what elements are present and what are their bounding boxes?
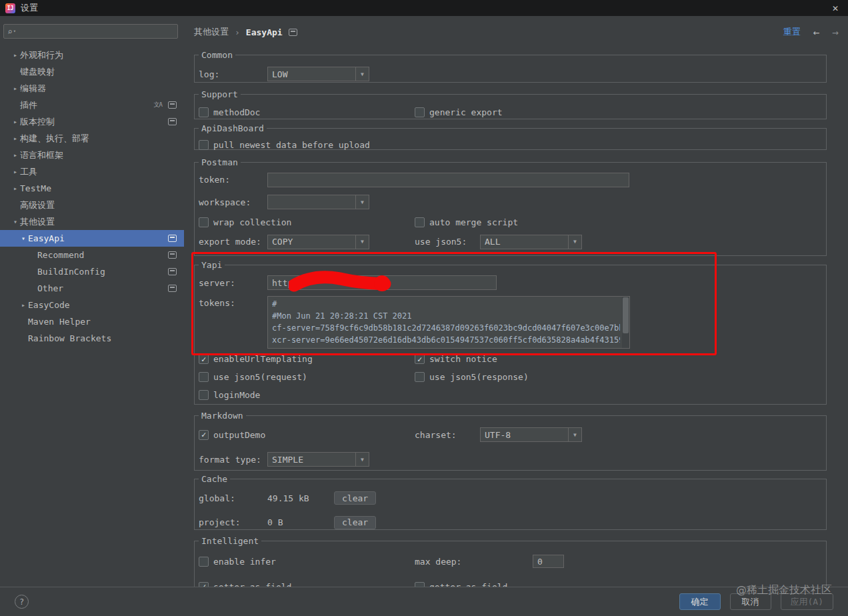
use-json5-select[interactable]: ALL ▼ bbox=[480, 235, 582, 249]
workspace-select[interactable]: ▼ bbox=[267, 195, 369, 209]
checkbox-enable-infer[interactable] bbox=[199, 557, 209, 567]
section-title: Support bbox=[199, 89, 241, 99]
settings-search-field[interactable]: ⌕ ▾ bbox=[3, 24, 178, 39]
section-support: Support methodDoc generic export bbox=[194, 89, 827, 119]
checkbox-generic-export[interactable] bbox=[415, 107, 425, 117]
page-icon bbox=[168, 268, 177, 275]
sidebar-item-rainbow-brackets[interactable]: Rainbow Brackets bbox=[0, 330, 184, 347]
title-bar: IJ 设置 ✕ bbox=[0, 0, 848, 16]
settings-tree: ▸ 外观和行为 键盘映射 ▸ 编辑器 插件 文A ▸ 版本控制 bbox=[0, 47, 184, 347]
back-arrow-icon[interactable]: ← bbox=[813, 26, 820, 39]
checkbox-auto-merge-script[interactable] bbox=[415, 217, 425, 227]
checkbox-enable-url-templating[interactable] bbox=[199, 354, 209, 364]
section-title: Yapi bbox=[199, 260, 225, 270]
page-icon bbox=[289, 29, 297, 36]
charset-label: charset: bbox=[415, 430, 480, 440]
scrollbar[interactable] bbox=[622, 297, 629, 348]
checkbox-switch-notice[interactable] bbox=[415, 354, 425, 364]
sidebar-item-buildinconfig[interactable]: BuildInConfig bbox=[0, 263, 184, 280]
content-header: 其他设置 › EasyApi 重置 ← → bbox=[194, 24, 839, 40]
page-icon bbox=[168, 251, 177, 259]
sidebar-item-languages-frameworks[interactable]: ▸ 语言和框架 bbox=[0, 147, 184, 163]
sidebar-item-other[interactable]: Other bbox=[0, 280, 184, 297]
search-icon: ⌕ bbox=[7, 27, 13, 37]
chevron-right-icon[interactable]: ▸ bbox=[19, 301, 28, 309]
reset-link[interactable]: 重置 bbox=[783, 26, 801, 38]
section-yapi: Yapi server: http:// tokens: # #Mon Jun … bbox=[194, 260, 827, 405]
section-markdown: Markdown outputDemo charset: UTF-8 ▼ for… bbox=[194, 411, 827, 471]
section-title: ApiDashBoard bbox=[199, 123, 267, 133]
export-mode-select[interactable]: COPY ▼ bbox=[267, 235, 369, 249]
sidebar-item-other-settings[interactable]: ▾ 其他设置 bbox=[0, 213, 184, 230]
section-postman: Postman token: workspace: ▼ wrap collect… bbox=[194, 157, 827, 256]
format-type-select[interactable]: SIMPLE ▼ bbox=[267, 452, 369, 467]
apply-button: 应用(A) bbox=[781, 593, 833, 610]
sidebar-item-editor[interactable]: ▸ 编辑器 bbox=[0, 80, 184, 97]
chevron-right-icon[interactable]: ▸ bbox=[11, 168, 20, 175]
chevron-down-icon: ▼ bbox=[568, 235, 581, 249]
checkbox-output-demo[interactable] bbox=[199, 430, 209, 440]
yapi-server-input[interactable]: http:// bbox=[267, 275, 497, 290]
translate-icon: 文A bbox=[154, 101, 162, 109]
yapi-tokens-textarea[interactable]: # #Mon Jun 21 20:28:21 CST 2021 cf-serve… bbox=[267, 296, 630, 349]
checkbox-setter-as-field[interactable] bbox=[199, 582, 209, 587]
sidebar-item-version-control[interactable]: ▸ 版本控制 bbox=[0, 113, 184, 130]
page-icon bbox=[168, 285, 177, 292]
sidebar-item-keymap[interactable]: 键盘映射 bbox=[0, 63, 184, 80]
chevron-right-icon[interactable]: ▸ bbox=[11, 135, 20, 142]
help-button[interactable]: ? bbox=[15, 595, 29, 609]
checkbox-methoddoc[interactable] bbox=[199, 107, 209, 117]
global-cache-label: global: bbox=[199, 493, 267, 503]
sidebar-item-easycode[interactable]: ▸ EasyCode bbox=[0, 297, 184, 313]
checkbox-login-mode[interactable] bbox=[199, 390, 209, 400]
checkbox-getter-as-field[interactable] bbox=[415, 582, 425, 587]
sidebar-item-tools[interactable]: ▸ 工具 bbox=[0, 163, 184, 180]
max-deep-input[interactable]: 0 bbox=[533, 555, 564, 568]
chevron-down-icon[interactable]: ▾ bbox=[11, 218, 20, 225]
breadcrumb-parent[interactable]: 其他设置 bbox=[194, 26, 229, 38]
sidebar-item-testme[interactable]: ▸ TestMe bbox=[0, 180, 184, 197]
checkbox-use-json5-request[interactable] bbox=[199, 372, 209, 382]
clear-project-cache-button[interactable]: clear bbox=[334, 516, 376, 529]
section-title: Postman bbox=[199, 157, 241, 167]
cancel-button[interactable]: 取消 bbox=[730, 593, 771, 610]
charset-select[interactable]: UTF-8 ▼ bbox=[480, 427, 582, 442]
chevron-down-icon[interactable]: ▾ bbox=[19, 235, 28, 242]
sidebar-item-build-execution-deployment[interactable]: ▸ 构建、执行、部署 bbox=[0, 130, 184, 147]
checkbox-use-json5-response[interactable] bbox=[415, 372, 425, 382]
clear-global-cache-button[interactable]: clear bbox=[334, 491, 376, 505]
page-icon bbox=[168, 118, 177, 125]
workspace-label: workspace: bbox=[199, 197, 267, 207]
log-level-select[interactable]: LOW ▼ bbox=[267, 67, 369, 81]
section-title: Intelligent bbox=[199, 536, 261, 546]
project-cache-label: project: bbox=[199, 517, 267, 527]
global-cache-size: 49.15 kB bbox=[267, 493, 334, 503]
section-title: Cache bbox=[199, 474, 230, 484]
checkbox-wrap-collection[interactable] bbox=[199, 217, 209, 227]
chevron-right-icon[interactable]: ▸ bbox=[11, 151, 20, 159]
checkbox-pull-newest[interactable] bbox=[199, 140, 209, 150]
search-input[interactable] bbox=[19, 27, 174, 37]
chevron-down-icon: ▼ bbox=[355, 235, 369, 249]
close-icon[interactable]: ✕ bbox=[828, 2, 843, 14]
sidebar-item-maven-helper[interactable]: Maven Helper bbox=[0, 313, 184, 330]
chevron-right-icon[interactable]: ▸ bbox=[11, 185, 20, 192]
sidebar-item-appearance-behavior[interactable]: ▸ 外观和行为 bbox=[0, 47, 184, 63]
settings-content: Common log: LOW ▼ Support methodDoc gene… bbox=[194, 47, 827, 587]
ok-button[interactable]: 确定 bbox=[679, 593, 721, 610]
chevron-right-icon[interactable]: ▸ bbox=[11, 118, 20, 125]
chevron-down-icon: ▼ bbox=[355, 195, 369, 209]
forward-arrow-icon[interactable]: → bbox=[832, 26, 839, 39]
chevron-right-icon[interactable]: ▸ bbox=[11, 85, 20, 92]
dialog-footer: ? 确定 取消 应用(A) bbox=[0, 587, 848, 616]
tokens-label: tokens: bbox=[199, 296, 267, 308]
section-cache: Cache global: 49.15 kB clear project: 0 … bbox=[194, 474, 827, 530]
sidebar-item-recommend[interactable]: Recommend bbox=[0, 247, 184, 263]
chevron-right-icon[interactable]: ▸ bbox=[11, 51, 20, 59]
sidebar-item-plugins[interactable]: 插件 文A bbox=[0, 97, 184, 113]
postman-token-input[interactable] bbox=[267, 173, 629, 187]
sidebar-item-easyapi[interactable]: ▾ EasyApi bbox=[0, 230, 184, 247]
section-title: Markdown bbox=[199, 411, 246, 421]
scrollbar-thumb[interactable] bbox=[623, 297, 629, 333]
sidebar-item-advanced-settings[interactable]: 高级设置 bbox=[0, 197, 184, 213]
